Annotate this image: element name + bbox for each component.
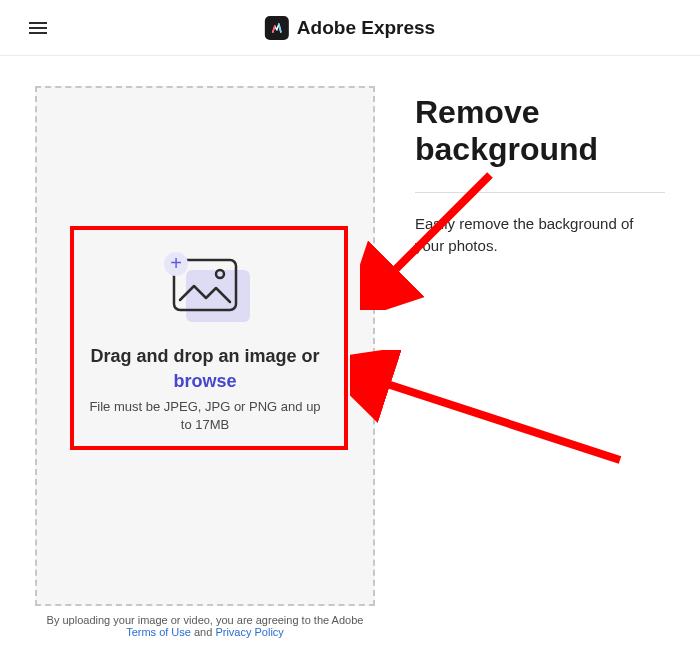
adobe-express-icon	[265, 16, 289, 40]
page-description: Easily remove the background of your pho…	[415, 213, 665, 258]
disclaimer-and: and	[191, 626, 215, 638]
divider	[415, 192, 665, 193]
upload-inner: + Drag and drop an image or browse File …	[65, 244, 345, 448]
upload-title: Drag and drop an image or	[85, 346, 325, 367]
upload-drop-zone[interactable]: + Drag and drop an image or browse File …	[35, 86, 375, 606]
brand-logo[interactable]: Adobe Express	[265, 16, 435, 40]
browse-link[interactable]: browse	[85, 371, 325, 392]
upload-image-icon: +	[172, 258, 238, 316]
upload-disclaimer: By uploading your image or video, you ar…	[35, 614, 375, 638]
file-hint: File must be JPEG, JPG or PNG and up to …	[85, 398, 325, 434]
main-content: + Drag and drop an image or browse File …	[0, 56, 700, 606]
terms-link[interactable]: Terms of Use	[126, 626, 191, 638]
app-header: Adobe Express	[0, 0, 700, 56]
hamburger-icon[interactable]	[25, 15, 51, 41]
privacy-link[interactable]: Privacy Policy	[215, 626, 283, 638]
plus-icon: +	[164, 252, 188, 276]
disclaimer-text: By uploading your image or video, you ar…	[47, 614, 364, 626]
page-title: Remove background	[415, 94, 665, 168]
brand-name: Adobe Express	[297, 17, 435, 39]
svg-point-1	[216, 270, 224, 278]
info-panel: Remove background Easily remove the back…	[415, 86, 665, 606]
